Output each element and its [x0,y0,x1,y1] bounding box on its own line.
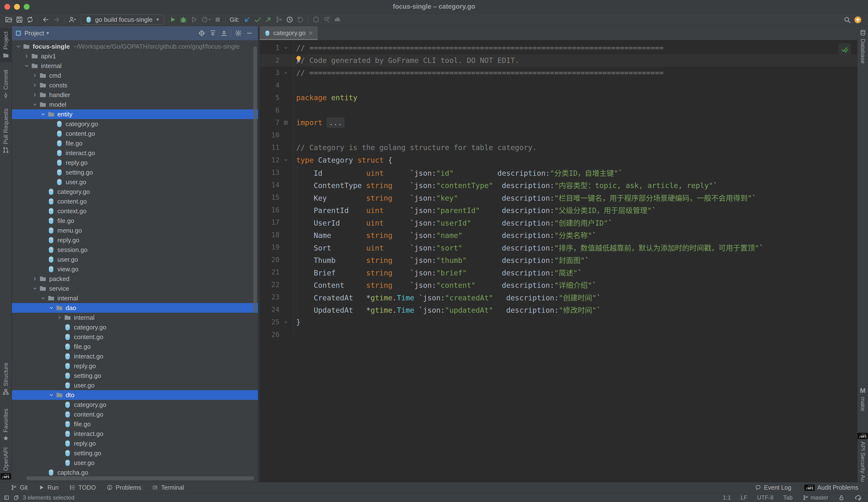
tree-row-dto[interactable]: dto [12,390,258,400]
tool-window-button-run[interactable]: Run [38,484,59,491]
save-all-icon[interactable] [14,14,25,25]
code-line-13[interactable]: 13 Id uint `json:"id" description:"分类ID，… [260,166,857,179]
tree-row-file-go[interactable]: file.go [12,419,258,429]
tool-window-button-commit[interactable]: Commit [0,70,11,99]
tree-row-content-go[interactable]: content.go [12,409,258,419]
tree-row-interact-go[interactable]: interact.go [12,352,258,361]
history-icon[interactable] [284,14,295,25]
locate-file-icon[interactable] [196,28,207,39]
chevron-right-icon[interactable] [31,83,39,88]
back-icon[interactable] [40,14,51,25]
tree-row-handler[interactable]: handler [12,90,258,100]
tree-row-reply-go[interactable]: reply.go [12,361,258,371]
fold-marker-icon[interactable] [279,45,292,50]
tree-row-dao[interactable]: dao [12,303,258,313]
code-line-7[interactable]: 7import ... [260,116,857,129]
code-line-2[interactable]: 2// Code generated by GoFrame CLI tool. … [260,54,857,67]
tree-row-category-go[interactable]: category.go [12,119,258,129]
code-line-15[interactable]: 15 Key string `json:"key" description:"栏… [260,191,857,204]
forward-icon[interactable] [51,14,62,25]
tree-row-reply-go[interactable]: reply.go [12,158,258,167]
chevron-down-icon[interactable] [22,63,31,69]
tool-window-button-terminal[interactable]: Terminal [152,484,184,491]
git-commit-icon[interactable] [252,14,263,25]
collapse-all-icon[interactable] [218,28,230,39]
tool-window-button-api-security-audit[interactable]: •••/APIAPI Security Audit [858,433,868,488]
tree-row-model[interactable]: model [12,100,258,109]
tree-row-context-go[interactable]: context.go [12,206,258,216]
tree-horizontal-scrollbar[interactable] [27,476,254,480]
code-line-5[interactable]: 5package entity [260,92,857,104]
git-merge-icon[interactable] [274,14,284,25]
tree-row-file-go[interactable]: file.go [12,342,258,352]
code-line-21[interactable]: 21 Brief string `json:"brief" descriptio… [260,266,857,279]
coverage-button[interactable] [189,14,199,25]
update-available-icon[interactable] [852,14,863,25]
tree-row-user-go[interactable]: user.go [12,458,258,468]
tree-row-content-go[interactable]: content.go [12,332,258,342]
tree-row-focus-single[interactable]: focus-single~/Workspace/Go/GOPATH/src/gi… [12,42,258,51]
code-line-23[interactable]: 23 CreatedAt *gtime.Time `json:"createdA… [260,291,857,304]
caret-position[interactable]: 1:1 [723,494,731,501]
tree-row-session-go[interactable]: session.go [12,245,258,255]
intention-bulb-icon[interactable] [296,56,302,62]
tool-window-button-make[interactable]: Mmake [858,387,868,411]
cloud-icon[interactable] [332,14,343,25]
tree-row-service[interactable]: service [12,284,258,293]
tree-row-view-go[interactable]: view.go [12,264,258,274]
status-widget-audit-problems[interactable]: •••/APIAudit Problems [804,484,858,491]
run-button[interactable] [167,14,178,25]
cloud-settings-icon[interactable] [855,494,862,501]
tree-row-apiv1[interactable]: apiv1 [12,51,258,61]
stop-button[interactable] [213,14,223,25]
tool-window-button-structure[interactable]: Structure [0,363,11,395]
file-encoding[interactable]: UTF-8 [757,494,774,501]
find-in-files-icon[interactable] [321,14,332,25]
code-line-19[interactable]: 19 Sort uint `json:"sort" description:"排… [260,241,857,254]
code-editor[interactable]: 1// ====================================… [260,40,857,482]
code-line-24[interactable]: 24 UpdatedAt *gtime.Time `json:"updatedA… [260,304,857,316]
tree-row-user-go[interactable]: user.go [12,177,258,187]
tool-window-button-project[interactable]: Project [0,28,11,62]
close-tab-icon[interactable] [308,31,313,36]
tree-row-setting-go[interactable]: setting.go [12,448,258,458]
hexagon-icon[interactable] [311,14,321,25]
chevron-right-icon[interactable] [55,315,64,320]
tree-row-internal[interactable]: internal [12,293,258,303]
status-widget-event-log[interactable]: Event Log [755,484,792,491]
line-ending[interactable]: LF [741,494,747,501]
profiler-chevron-icon[interactable] [207,14,213,25]
tree-row-setting-go[interactable]: setting.go [12,167,258,177]
gear-icon[interactable] [233,28,244,39]
open-folder-icon[interactable] [3,14,14,25]
tree-row-internal[interactable]: internal [12,61,258,71]
user-icon[interactable] [67,14,78,25]
fold-marker-icon[interactable] [279,320,292,325]
tool-window-button-todo[interactable]: TODO [69,484,96,491]
git-branch-widget[interactable]: master [802,494,828,501]
chevron-down-icon[interactable]: ▼ [45,31,50,36]
tree-row-setting-go[interactable]: setting.go [12,371,258,380]
tree-row-consts[interactable]: consts [12,80,258,90]
expand-all-icon[interactable] [207,28,218,39]
tree-row-entity[interactable]: entity [12,109,258,119]
code-line-6[interactable]: 6 [260,104,857,117]
tree-row-content-go[interactable]: content.go [12,129,258,138]
project-panel-title[interactable]: Project [24,30,44,37]
chevron-down-icon[interactable] [39,295,47,301]
tool-window-button-problems[interactable]: Problems [106,484,142,491]
chevron-down-icon[interactable] [31,102,39,107]
tree-row-file-go[interactable]: file.go [12,216,258,226]
code-line-18[interactable]: 18 Name string `json:"name" description:… [260,229,857,241]
chevron-down-icon[interactable] [47,393,55,398]
code-line-17[interactable]: 17 UserId uint `json:"userId" descriptio… [260,216,857,229]
git-update-icon[interactable] [242,14,252,25]
tree-row-packed[interactable]: packed [12,274,258,284]
editor-tab-category-go[interactable]: category.go [260,26,318,40]
tree-row-reply-go[interactable]: reply.go [12,439,258,448]
chevron-right-icon[interactable] [31,92,39,97]
tool-window-button-pull-requests[interactable]: Pull Requests [0,108,11,154]
tree-row-user-go[interactable]: user.go [12,380,258,390]
chevron-right-icon[interactable] [31,73,39,78]
tool-window-button-git[interactable]: Git [11,484,28,491]
